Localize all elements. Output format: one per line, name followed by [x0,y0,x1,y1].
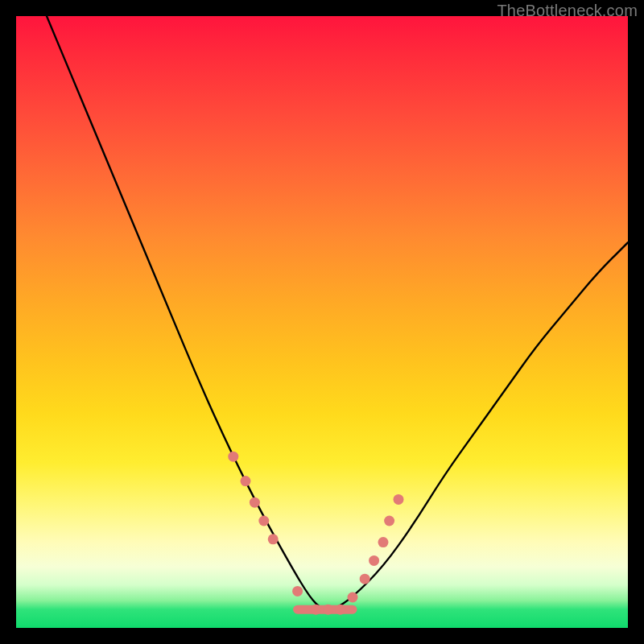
highlight-point [335,605,345,615]
plot-area [16,16,628,628]
highlight-point [292,586,303,597]
highlight-point [323,605,333,615]
curve-svg [16,16,628,628]
highlight-point [394,494,404,505]
chart-stage: TheBottleneck.com [0,0,644,644]
highlight-point [384,516,394,526]
highlight-point [250,497,260,508]
highlight-points [228,452,403,615]
highlight-point [241,476,251,486]
highlight-point [369,555,379,566]
highlight-point [348,592,358,603]
highlight-point [311,605,321,615]
highlight-point [258,516,269,526]
highlight-point [360,574,370,584]
highlight-point [268,534,279,544]
bottleneck-curve [47,16,628,609]
highlight-point [228,452,238,462]
highlight-point [378,537,389,547]
